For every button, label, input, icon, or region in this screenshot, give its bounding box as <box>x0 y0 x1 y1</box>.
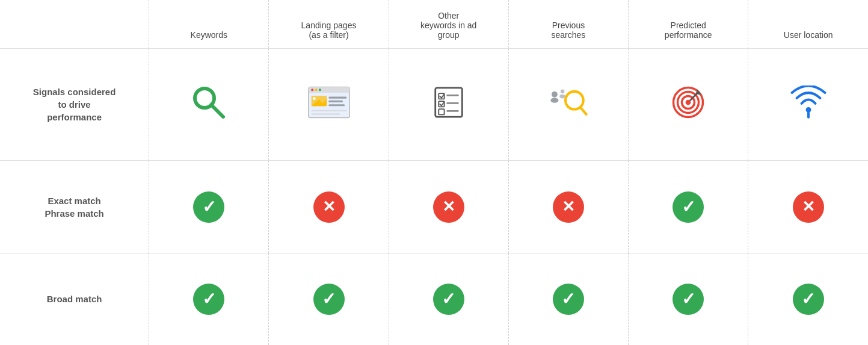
svg-rect-10 <box>328 96 346 98</box>
svg-rect-19 <box>446 95 458 96</box>
check-icon: ✓ <box>553 284 584 315</box>
broad-location-check: ✓ <box>748 253 868 345</box>
exact-predicted-check: ✓ <box>629 161 748 253</box>
landing-pages-icon-cell <box>269 49 389 161</box>
broad-match-label: Broad match <box>0 253 149 345</box>
signals-row: Signals consideredto driveperformance <box>0 49 868 161</box>
broad-match-row: Broad match ✓ ✓ ✓ ✓ ✓ ✓ <box>0 253 868 345</box>
svg-line-31 <box>580 107 586 114</box>
exact-prev-x: ✕ <box>508 161 628 253</box>
check-icon: ✓ <box>193 284 224 315</box>
col-header-predicted-performance: Predictedperformance <box>629 0 748 49</box>
exact-phrase-label: Exact matchPhrase match <box>0 161 149 253</box>
svg-rect-3 <box>308 87 349 93</box>
magnifier-icon <box>189 93 228 128</box>
match-type-table: Keywords Landing pages(as a filter) Othe… <box>0 0 868 345</box>
other-keywords-icon-cell <box>389 49 508 161</box>
svg-rect-14 <box>311 113 340 114</box>
col-header-label <box>0 0 149 49</box>
svg-point-27 <box>550 98 558 102</box>
col-header-keywords: Keywords <box>149 0 269 49</box>
svg-rect-11 <box>328 101 343 102</box>
user-location-icon-cell <box>748 49 868 161</box>
svg-rect-25 <box>446 110 458 112</box>
exact-keywords-check: ✓ <box>149 161 269 253</box>
svg-point-28 <box>561 89 565 93</box>
broad-landing-check: ✓ <box>269 253 389 345</box>
predicted-performance-icon-cell <box>629 49 748 161</box>
exact-phrase-row: Exact matchPhrase match ✓ ✕ ✕ ✕ <box>0 161 868 253</box>
svg-rect-13 <box>311 110 346 111</box>
keywords-icon-cell <box>149 49 269 161</box>
svg-point-5 <box>315 89 317 91</box>
previous-searches-icon-cell <box>508 49 628 161</box>
exact-other-x: ✕ <box>389 161 508 253</box>
col-header-user-location: User location <box>748 0 868 49</box>
x-icon: ✕ <box>433 191 464 223</box>
x-icon: ✕ <box>553 191 584 223</box>
check-icon: ✓ <box>193 191 224 223</box>
broad-other-check: ✓ <box>389 253 508 345</box>
svg-rect-23 <box>446 102 458 104</box>
broad-predicted-check: ✓ <box>629 253 748 345</box>
comparison-table-wrapper: Keywords Landing pages(as a filter) Othe… <box>0 0 868 345</box>
check-icon: ✓ <box>313 284 345 315</box>
svg-point-6 <box>318 89 321 91</box>
broad-prev-check: ✓ <box>508 253 628 345</box>
check-icon: ✓ <box>433 284 464 315</box>
broad-keywords-check: ✓ <box>149 253 269 345</box>
signals-row-label: Signals consideredto driveperformance <box>0 49 149 161</box>
target-icon <box>671 91 705 126</box>
col-header-previous-searches: Previoussearches <box>508 0 628 49</box>
check-icon: ✓ <box>673 191 704 223</box>
col-header-other-keywords: Otherkeywords in adgroup <box>389 0 508 49</box>
svg-point-4 <box>311 89 313 91</box>
svg-rect-12 <box>328 104 345 106</box>
svg-point-26 <box>552 92 558 98</box>
checklist-icon <box>433 90 464 125</box>
check-icon: ✓ <box>673 284 704 315</box>
previous-search-icon <box>549 90 588 125</box>
exact-location-x: ✕ <box>748 161 868 253</box>
exact-landing-x: ✕ <box>269 161 389 253</box>
landing-page-icon <box>307 90 351 125</box>
x-icon: ✕ <box>793 191 824 223</box>
check-icon: ✓ <box>793 284 824 315</box>
x-icon: ✕ <box>313 191 345 223</box>
svg-line-1 <box>211 105 223 117</box>
col-header-landing-pages: Landing pages(as a filter) <box>269 0 389 49</box>
signal-icon <box>790 91 827 126</box>
svg-point-9 <box>313 97 316 100</box>
